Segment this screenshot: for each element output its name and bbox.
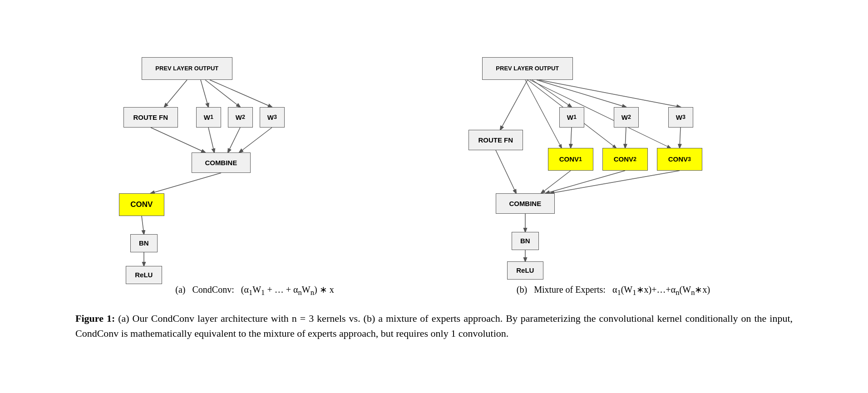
svg-line-20	[680, 128, 681, 148]
node-relu-right: ReLU	[507, 261, 543, 280]
node-conv-left: CONV	[119, 193, 164, 216]
svg-line-22	[541, 171, 571, 193]
svg-line-8	[151, 173, 221, 193]
svg-line-2	[205, 80, 240, 107]
node-prev-layer-right: PREV LAYER OUTPUT	[482, 57, 573, 80]
diagram-area-right: PREV LAYER OUTPUT ROUTE FN W1 W2 W3	[441, 53, 785, 280]
svg-line-0	[164, 80, 187, 107]
svg-line-18	[571, 128, 572, 148]
node-w2-left: W2	[228, 107, 253, 128]
page-container: PREV LAYER OUTPUT ROUTE FN W1 W2 W3	[48, 34, 820, 359]
svg-line-7	[239, 128, 272, 152]
node-combine-left: COMBINE	[192, 152, 251, 173]
node-bn-left: BN	[130, 234, 158, 252]
diagram-area-left: PREV LAYER OUTPUT ROUTE FN W1 W2 W3	[83, 53, 427, 280]
svg-line-4	[151, 128, 205, 152]
svg-line-5	[208, 128, 214, 152]
node-prev-layer-left: PREV LAYER OUTPUT	[142, 57, 232, 80]
svg-line-21	[496, 150, 516, 193]
node-conv3-right: CONV3	[657, 148, 702, 171]
node-route-fn-right: ROUTE FN	[469, 130, 523, 150]
svg-line-11	[500, 80, 528, 130]
svg-line-14	[539, 80, 681, 107]
svg-line-17	[530, 80, 671, 148]
svg-line-15	[525, 80, 562, 148]
node-w3-right: W3	[668, 107, 693, 128]
node-w3-left: W3	[260, 107, 285, 128]
diagram-left: PREV LAYER OUTPUT ROUTE FN W1 W2 W3	[83, 53, 427, 297]
node-conv2-right: CONV2	[602, 148, 648, 171]
figure-caption-text: (a) Our CondConv layer architecture with…	[75, 313, 793, 339]
svg-line-13	[537, 80, 626, 107]
node-relu-left: ReLU	[126, 266, 162, 284]
svg-line-6	[228, 128, 240, 152]
node-route-fn-left: ROUTE FN	[123, 107, 178, 128]
figure-label: Figure 1:	[75, 313, 115, 324]
diagrams-row: PREV LAYER OUTPUT ROUTE FN W1 W2 W3	[75, 53, 793, 297]
caption-left: (a) CondConv: (α1W1 + … + αnWn) ∗ x	[175, 284, 334, 297]
caption-right: (b) Mixture of Experts: α1(W1∗x)+…+αn(Wn…	[517, 284, 710, 297]
svg-line-3	[210, 80, 272, 107]
svg-line-9	[142, 216, 144, 234]
node-combine-right: COMBINE	[496, 193, 555, 214]
node-bn-right: BN	[512, 232, 539, 250]
svg-line-12	[532, 80, 572, 107]
svg-line-23	[546, 171, 625, 193]
node-w1-right: W1	[559, 107, 584, 128]
svg-line-24	[550, 171, 680, 193]
svg-line-19	[625, 128, 626, 148]
node-w2-right: W2	[614, 107, 639, 128]
node-w1-left: W1	[196, 107, 221, 128]
diagram-right: PREV LAYER OUTPUT ROUTE FN W1 W2 W3	[441, 53, 785, 297]
node-conv1-right: CONV1	[548, 148, 593, 171]
figure-caption: Figure 1: (a) Our CondConv layer archite…	[75, 311, 793, 341]
svg-line-1	[201, 80, 208, 107]
